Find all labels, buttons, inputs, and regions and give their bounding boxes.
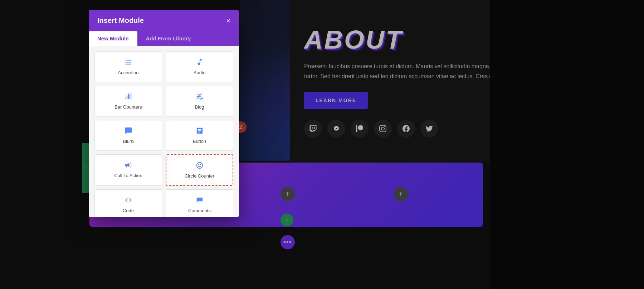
modal-title: Insert Module	[97, 16, 144, 25]
button-label: Button	[193, 139, 206, 144]
accordion-icon	[125, 58, 132, 67]
modules-grid: Accordion Audio Bar Counters	[94, 51, 233, 217]
add-row-button[interactable]: +	[280, 214, 293, 226]
module-circle-counter[interactable]: Circle Counter	[166, 154, 233, 186]
blog-label: Blog	[195, 104, 204, 110]
audio-label: Audio	[194, 70, 205, 75]
add-module-button-2[interactable]: +	[280, 187, 295, 201]
bar-counters-label: Bar Counters	[114, 104, 142, 110]
modal-close-button[interactable]: ×	[226, 17, 230, 24]
learn-more-button[interactable]: LEARN MORE	[304, 92, 368, 109]
module-code[interactable]: Code	[94, 189, 162, 217]
call-to-action-icon	[125, 161, 132, 170]
comments-icon	[196, 196, 204, 205]
blog-icon	[196, 93, 204, 101]
button-icon	[196, 127, 204, 136]
code-icon	[125, 196, 132, 205]
code-label: Code	[123, 208, 134, 213]
tab-add-from-library[interactable]: Add From Library	[137, 31, 200, 46]
module-blog[interactable]: Blog	[166, 86, 233, 116]
modal-body: Accordion Audio Bar Counters	[89, 46, 239, 217]
tab-new-module[interactable]: New Module	[89, 31, 137, 46]
accordion-label: Accordion	[118, 70, 139, 75]
audio-icon	[196, 58, 204, 67]
patreon-icon[interactable]	[351, 120, 369, 138]
facebook-icon[interactable]	[397, 120, 415, 138]
module-blurb[interactable]: Blurb	[94, 120, 162, 151]
module-call-to-action[interactable]: Call To Action	[94, 154, 162, 186]
instagram-icon[interactable]	[374, 120, 392, 138]
add-module-button-3[interactable]: +	[394, 187, 408, 201]
module-bar-counters[interactable]: Bar Counters	[94, 86, 162, 116]
circle-counter-icon	[196, 161, 204, 170]
left-green-strip[interactable]: +	[82, 143, 89, 193]
comments-label: Comments	[188, 208, 211, 213]
module-audio[interactable]: Audio	[166, 51, 233, 82]
blurb-icon	[125, 127, 132, 136]
twitter-icon[interactable]	[420, 120, 438, 138]
youtube-icon[interactable]	[327, 120, 345, 138]
left-strip-text: +	[84, 167, 88, 169]
blurb-label: Blurb	[123, 139, 133, 144]
right-dark-area	[490, 0, 644, 289]
modal-tabs: New Module Add From Library	[89, 31, 239, 46]
dots-menu-button[interactable]: •••	[280, 235, 295, 249]
module-button[interactable]: Button	[166, 120, 233, 151]
bg-left	[0, 0, 89, 289]
call-to-action-label: Call To Action	[114, 173, 142, 178]
module-accordion[interactable]: Accordion	[94, 51, 162, 82]
twitch-icon[interactable]	[304, 120, 322, 138]
circle-counter-label: Circle Counter	[185, 173, 214, 179]
module-comments[interactable]: Comments	[166, 189, 233, 217]
insert-module-modal: Insert Module × New Module Add From Libr…	[89, 10, 239, 217]
bar-counters-icon	[125, 93, 132, 101]
modal-header: Insert Module ×	[89, 10, 239, 31]
